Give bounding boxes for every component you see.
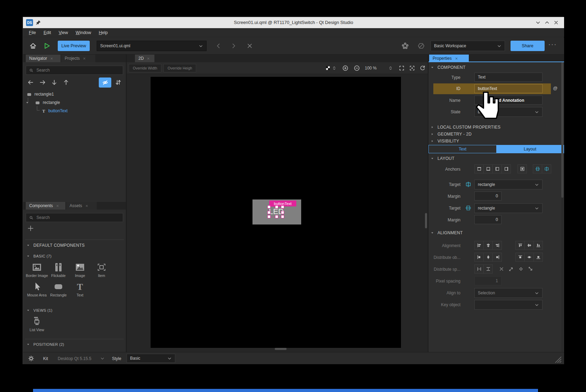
distribute-spacing-h-button[interactable] [474, 264, 484, 273]
distribute-right-button[interactable] [492, 253, 502, 262]
maximize-button[interactable] [543, 19, 551, 26]
override-width-input[interactable] [132, 66, 158, 71]
tree-row-buttontext[interactable]: T buttonText [23, 107, 126, 115]
expander-icon[interactable] [25, 101, 29, 105]
align-to-dropdown[interactable]: Selection [474, 288, 543, 298]
navigator-search[interactable] [26, 66, 123, 75]
resize-handle[interactable] [267, 205, 271, 209]
anchor-bottom-button[interactable] [483, 164, 493, 173]
distribute-left-button[interactable] [474, 253, 484, 262]
close-button[interactable] [552, 19, 560, 26]
swatch-stepper-icon[interactable] [332, 66, 337, 71]
menu-file[interactable]: File [26, 29, 39, 36]
tab-assets[interactable]: Assets [66, 202, 97, 210]
distribute-center-v-button[interactable] [524, 253, 534, 262]
components-search[interactable] [26, 213, 123, 222]
group-views[interactable]: VIEWS (1) [26, 308, 53, 312]
close-icon[interactable] [455, 57, 458, 60]
component-text[interactable]: T [74, 282, 86, 292]
resize-handle[interactable] [281, 211, 284, 214]
menu-view[interactable]: View [56, 29, 71, 36]
distribute-spacing-v-button[interactable] [483, 264, 493, 273]
buttontext-selection[interactable]: LED [268, 206, 283, 217]
move-up-icon[interactable] [63, 79, 70, 86]
kit-value[interactable]: Desktop Qt 5.15.5 [58, 356, 91, 361]
close-icon[interactable] [147, 57, 150, 60]
align-center-h-button[interactable] [483, 241, 493, 250]
component-flickable[interactable] [53, 262, 64, 272]
distribute-origin-ne-icon[interactable] [508, 266, 514, 272]
menu-window[interactable]: Window [73, 29, 94, 36]
zoom-in-icon[interactable] [342, 65, 348, 71]
resize-handle[interactable] [281, 215, 284, 218]
anchor-top-button[interactable] [474, 164, 484, 173]
component-item[interactable] [96, 262, 107, 272]
tab-properties[interactable]: Properties [429, 55, 469, 62]
workspaces-icon[interactable] [401, 42, 409, 50]
move-down-icon[interactable] [51, 79, 58, 86]
align-center-v-button[interactable] [524, 241, 534, 250]
canvas-vertical-scrollbar[interactable] [425, 213, 427, 228]
properties-scrollbar-track[interactable] [561, 62, 563, 352]
workspace-dropdown[interactable]: Basic Workspace [431, 41, 505, 51]
component-rectangle[interactable] [53, 282, 64, 292]
distribute-none-icon[interactable] [499, 266, 504, 272]
annotation-at-icon[interactable]: @ [553, 85, 557, 91]
gear-icon[interactable] [28, 355, 34, 362]
canvas-horizontal-scrollbar[interactable] [275, 348, 287, 350]
section-component[interactable]: COMPONENT [431, 65, 466, 70]
subtab-text[interactable]: Text [429, 145, 496, 153]
resize-handle[interactable] [267, 211, 271, 214]
annotations-icon[interactable] [417, 42, 425, 50]
pixel-spacing-field[interactable]: 1 [474, 276, 501, 285]
navigator-search-input[interactable] [36, 67, 120, 73]
resize-handle[interactable] [275, 215, 278, 218]
components-search-input[interactable] [36, 215, 120, 220]
type-field[interactable]: Text [474, 73, 543, 82]
anchor-vertical-center-button[interactable] [533, 164, 542, 173]
background-color-swatch[interactable] [326, 66, 330, 71]
live-preview-button[interactable]: Live Preview [58, 41, 90, 51]
tab-projects[interactable]: Projects [61, 55, 95, 62]
close-document-icon[interactable] [246, 42, 253, 49]
override-width-field[interactable] [129, 64, 161, 72]
reverse-order-icon[interactable] [115, 79, 122, 86]
align-right-button[interactable] [492, 241, 502, 250]
fit-screen-icon[interactable] [399, 65, 405, 71]
resize-handle[interactable] [267, 215, 271, 218]
minimize-button[interactable] [534, 19, 542, 26]
anchor-fill-button[interactable] [517, 164, 527, 173]
section-alignment[interactable]: ALIGNMENT [431, 230, 463, 235]
menu-help[interactable]: Help [96, 29, 111, 36]
override-height-input[interactable] [167, 66, 193, 71]
section-geometry-2d[interactable]: GEOMETRY - 2D [431, 132, 472, 137]
close-icon[interactable] [56, 204, 59, 207]
section-layout[interactable]: LAYOUT [431, 156, 455, 161]
zoom-stepper-icon[interactable] [388, 66, 393, 71]
tree-row-rectangle1[interactable]: rectangle1 [23, 91, 126, 98]
canvas-area[interactable]: buttonText LED [127, 74, 428, 352]
back-icon[interactable] [215, 42, 222, 49]
component-border-image[interactable] [31, 262, 43, 272]
distribute-top-button[interactable] [515, 253, 525, 262]
anchor-horizontal-center-button[interactable] [542, 164, 551, 173]
subtab-layout[interactable]: Layout [496, 145, 564, 153]
close-icon[interactable] [85, 204, 88, 207]
section-local-custom-properties[interactable]: LOCAL CUSTOM PROPERTIES [431, 125, 500, 130]
align-top-button[interactable] [515, 241, 525, 250]
fit-selection-icon[interactable] [409, 65, 415, 71]
resize-handle[interactable] [275, 205, 278, 209]
zoom-out-icon[interactable] [354, 65, 360, 71]
section-default-components[interactable]: DEFAULT COMPONENTS [26, 243, 85, 248]
reset-view-icon[interactable] [419, 65, 426, 71]
margin-vertical-field[interactable]: 0 [474, 215, 501, 224]
kit-chevron-icon[interactable] [100, 356, 105, 361]
distribute-center-h-button[interactable] [483, 253, 493, 262]
home-icon[interactable] [29, 42, 37, 50]
section-visibility[interactable]: VISIBILITY [431, 139, 459, 144]
tab-navigator[interactable]: Navigator [26, 55, 61, 62]
distribute-origin-center-icon[interactable] [518, 266, 524, 272]
component-list-view[interactable] [31, 316, 43, 326]
add-module-icon[interactable] [27, 225, 34, 232]
target-horizontal-dropdown[interactable]: rectangle [474, 180, 543, 189]
